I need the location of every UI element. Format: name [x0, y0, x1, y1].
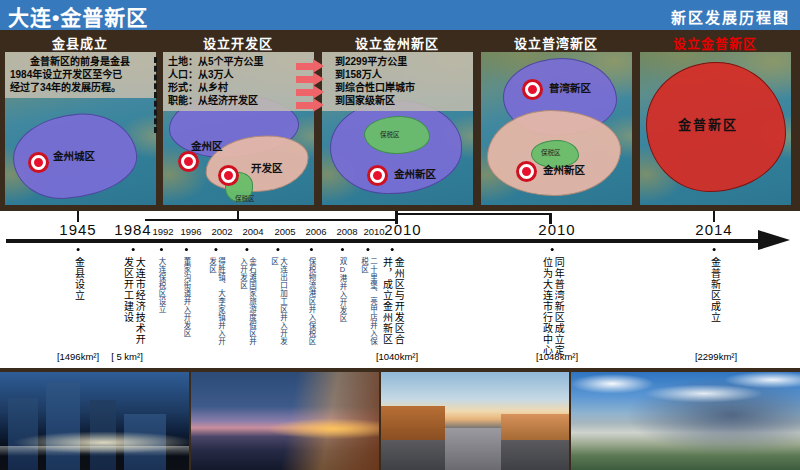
year-label: 1945	[59, 221, 96, 238]
year-label: 2006	[305, 226, 326, 237]
timeline-event: 二十里堡、亮甲店并入保税区	[359, 248, 376, 345]
bullet-dot	[185, 248, 188, 251]
event-text: 金县设立	[73, 257, 84, 301]
timeline-event: 同年普湾新区成立定位为大连市行政中心	[541, 248, 564, 356]
connector-bracket	[398, 213, 551, 215]
stats-from-box: 土地：从5个平方公里 人口：从3万人 形式：从乡村 职能：从经济开发区	[163, 52, 314, 111]
right-arrow-icon	[296, 89, 313, 96]
location-marker-icon	[525, 82, 540, 97]
intro-line: 1984年设立开发区至今已	[10, 68, 153, 81]
event-text: 金普新区成立	[709, 257, 720, 323]
location-marker-icon	[370, 168, 385, 183]
stat-line: 到158万人	[327, 68, 470, 81]
connector-stem	[237, 211, 239, 221]
stat-line: 到综合性口岸城市	[327, 81, 470, 94]
bullet-dot	[341, 248, 344, 251]
year-label: 2010	[363, 226, 384, 237]
event-text: 双D港并入开发区	[338, 257, 346, 323]
year-label: 2010	[384, 221, 421, 238]
year-label: 1996	[180, 226, 201, 237]
map-label-kaifaqu: 开发区	[251, 160, 283, 175]
timeline-event: 金普新区成立	[709, 248, 720, 323]
event-text: 入开发区	[238, 257, 246, 345]
map-panel-jinzhou-new: 保税区 金州新区 到2299平方公里 到158万人 到综合性口岸城市 到国家级新…	[322, 52, 473, 205]
stage-header-jinpu: 设立金普新区	[673, 33, 757, 52]
event-text: 发区	[207, 257, 215, 345]
event-text: 位为大连市行政中心	[541, 257, 552, 356]
event-text: 区	[269, 257, 277, 345]
map-label-baoshui: 保税区	[380, 129, 400, 139]
right-arrow-icon	[296, 102, 313, 109]
intro-text-box: 金普新区的前身是金县 1984年设立开发区至今已 经过了34年的发展历程。	[5, 52, 156, 98]
timeline-event: 董家沟街道并入开发区	[182, 248, 190, 337]
right-arrow-icon	[296, 76, 313, 83]
year-label: 2014	[695, 221, 732, 238]
year-label: 2010	[538, 221, 575, 238]
timeline-event: 金州区与开发区合并，成立金州新区	[381, 248, 404, 345]
stat-line: 到2299平方公里	[327, 55, 470, 68]
event-text: 保税物流港区并入保税区	[307, 257, 315, 345]
location-marker-icon	[221, 168, 236, 183]
map-label-jinzhou-new: 金州新区	[394, 166, 436, 181]
area-label: [2299km²]	[695, 351, 737, 362]
stage-header-jinxian: 金县成立	[52, 33, 108, 52]
event-text: 大连保税区设立	[157, 257, 165, 313]
right-arrow-icon	[296, 63, 313, 70]
year-label: 2004	[242, 226, 263, 237]
infographic-root: 大连•金普新区 新区发展历程图 金县成立 设立开发区 设立金州新区 设立普湾新区…	[0, 0, 800, 470]
location-marker-icon	[31, 155, 46, 170]
map-label-jinzhou: 金州区	[191, 138, 223, 153]
stage-header-puwan: 设立普湾新区	[514, 33, 598, 52]
map-panel-kaifaqu: 金州区 开发区 保税区 土地：从5个平方公里 人口：从3万人 形式：从乡村 职能…	[163, 52, 314, 205]
photo-night-city	[0, 372, 189, 470]
event-text: 同年普湾新区成立定	[553, 257, 564, 356]
map-panel-jinxian: 金州城区 金普新区的前身是金县 1984年设立开发区至今已 经过了34年的发展历…	[5, 52, 156, 205]
timeline-event: 金县设立	[73, 248, 84, 301]
bullet-dot	[391, 248, 394, 251]
event-text: 董家沟街道并入开发区	[182, 257, 190, 337]
bullet-dot	[132, 248, 135, 251]
photo-city-panorama-day	[571, 372, 800, 470]
event-text: 得胜镇、大李家镇并入开	[217, 257, 225, 345]
year-label: 1992	[152, 226, 173, 237]
timeline-event: 大连出口加工区并入开发区	[269, 248, 286, 345]
photo-sunset-avenue	[381, 372, 569, 470]
location-marker-icon	[181, 154, 196, 169]
stats-to-box: 到2299平方公里 到158万人 到综合性口岸城市 到国家级新区	[322, 52, 473, 111]
year-label: 2005	[274, 226, 295, 237]
event-text: 大连市经济技术开	[134, 257, 145, 345]
event-text: 大连出口加工区并入开发	[279, 257, 287, 345]
connector-bracket	[145, 219, 397, 221]
top-bar: 大连•金普新区 新区发展历程图	[0, 0, 800, 30]
stat-line: 人口：从3万人	[168, 68, 311, 81]
timeline-event: 金石滩国家旅游度假区并入开发区	[238, 248, 255, 345]
timeline-event: 双D港并入开发区	[338, 248, 346, 323]
stages-band: 金县成立 设立开发区 设立金州新区 设立普湾新区 设立金普新区 金州城区 金普新…	[0, 30, 800, 211]
stage-header-kaifaqu: 设立开发区	[203, 33, 273, 52]
timeline-event: 保税物流港区并入保税区	[307, 248, 315, 345]
map-label-jinzhou-city: 金州城区	[53, 148, 95, 163]
stage-header-jinzhou: 设立金州新区	[355, 33, 439, 52]
photo-strip	[0, 368, 800, 470]
photo-coastal-road-dusk	[191, 372, 379, 470]
bullet-dot	[160, 248, 163, 251]
year-label: 2002	[211, 226, 232, 237]
stat-line: 职能：从经济开发区	[168, 94, 311, 107]
year-label: 1984	[114, 221, 151, 238]
event-text: 发区开工建设	[122, 257, 133, 345]
year-label: 2008	[336, 226, 357, 237]
bullet-dot	[712, 248, 715, 251]
stat-line: 土地：从5个平方公里	[168, 55, 311, 68]
event-text: 税区	[359, 257, 367, 345]
bullet-dot	[310, 248, 313, 251]
map-panel-jinpu: 金普新区	[640, 52, 791, 205]
map-label-puwan: 普湾新区	[549, 80, 591, 95]
page-subtitle: 新区发展历程图	[671, 6, 790, 27]
intro-line: 金普新区的前身是金县	[10, 55, 153, 68]
timeline-event: 得胜镇、大李家镇并入开发区	[207, 248, 224, 345]
map-label-baoshui: 保税区	[541, 147, 561, 157]
timeline-arrowhead-icon	[758, 230, 790, 250]
bullet-dot	[367, 248, 370, 251]
area-label: [1496km²]	[57, 351, 99, 362]
bullet-dot	[246, 248, 249, 251]
